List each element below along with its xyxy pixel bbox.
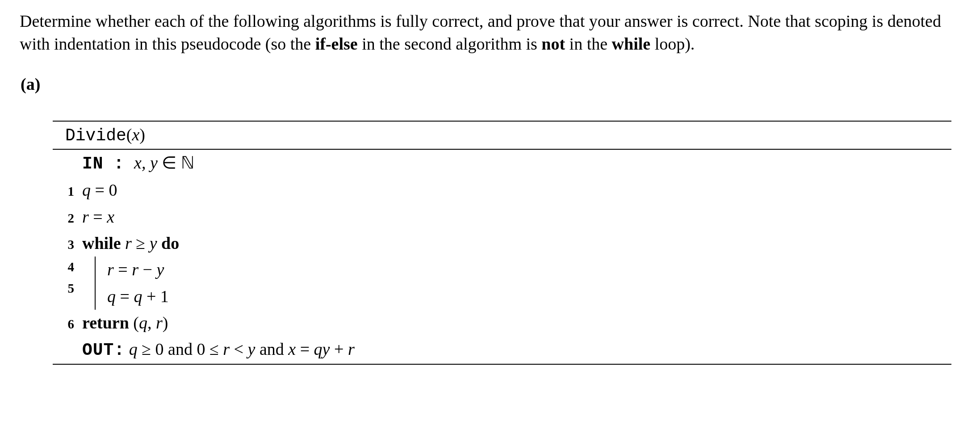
loop-scope-bar — [95, 257, 96, 310]
intro-text-4: loop). — [650, 34, 695, 53]
algorithm-header: Divide(x) — [53, 122, 951, 149]
out-line: 0 OUT: q ≥ 0 and 0 ≤ r < y and x = qy + … — [58, 336, 951, 363]
code-line-3: 3 while r ≥ y do — [58, 230, 951, 257]
algo-name: Divide — [65, 126, 126, 145]
paren-close: ) — [163, 313, 168, 332]
out-qy: qy — [314, 340, 330, 358]
line-number: 4 — [58, 258, 74, 276]
paren-open: ( — [126, 125, 132, 144]
kw-if-else: if-else — [315, 34, 358, 53]
out-q: q — [125, 340, 138, 358]
out-y: y — [248, 340, 260, 358]
var-x: x — [107, 207, 114, 226]
var-r2: r — [132, 260, 138, 279]
loop-body: 4 5 r = r − y q = q + 1 — [82, 257, 951, 310]
intro-text-2: in the second algorithm is — [358, 34, 542, 53]
in-colon: : — [104, 154, 134, 173]
algorithm-body: 0 IN : x, y ∈ ℕ 1 q = 0 2 r = x 3 — [53, 150, 951, 363]
algo-arg: x — [132, 125, 139, 144]
out-and2: and — [260, 340, 284, 358]
page: Determine whether each of the following … — [0, 0, 980, 421]
var-r: r — [82, 207, 89, 226]
ret-q: q — [139, 313, 147, 332]
comma: , — [147, 313, 156, 332]
line-number: 1 — [58, 183, 74, 200]
problem-intro: Determine whether each of the following … — [20, 10, 960, 56]
out-lt: < — [230, 340, 247, 358]
out-x: x — [284, 340, 296, 358]
var-q: q — [107, 287, 116, 306]
line-number: 5 — [58, 280, 74, 297]
cond-r: r — [121, 234, 132, 253]
code-line-2: 2 r = x — [58, 204, 951, 230]
minus: − — [138, 260, 156, 279]
line-number: 6 — [58, 316, 74, 333]
out-label: OUT: — [82, 341, 125, 360]
kw-not: not — [541, 34, 565, 53]
in-label: IN — [82, 154, 104, 173]
out-ge0: ≥ 0 — [138, 340, 168, 358]
eq: = — [114, 260, 132, 279]
in-elem: ∈ — [158, 153, 181, 172]
kw-do: do — [161, 234, 179, 253]
cond-y: y — [150, 234, 161, 253]
in-vars: x, y — [134, 153, 158, 172]
out-r2: r — [348, 340, 355, 358]
kw-return: return — [82, 313, 129, 332]
plus-1: + 1 — [142, 287, 168, 306]
out-0le: 0 ≤ — [193, 340, 223, 358]
out-plus: + — [330, 340, 348, 358]
ret-r: r — [156, 313, 163, 332]
out-r: r — [223, 340, 230, 358]
in-set: ℕ — [181, 153, 194, 172]
out-and1: and — [168, 340, 193, 358]
out-eq: = — [296, 340, 314, 358]
var-y: y — [156, 260, 164, 279]
kw-while: while — [82, 234, 121, 253]
algorithm-block: Divide(x) 0 IN : x, y ∈ ℕ 1 q = 0 2 r = … — [53, 121, 951, 365]
cond-ge: ≥ — [132, 234, 150, 253]
paren-open: ( — [129, 313, 139, 332]
eq: = — [89, 207, 107, 226]
rule-bottom — [53, 364, 951, 365]
code-line-4-stmt: r = r − y — [107, 257, 951, 283]
assign-0: = 0 — [91, 181, 117, 199]
var-q2: q — [134, 287, 142, 306]
in-line: 0 IN : x, y ∈ ℕ — [58, 150, 951, 177]
code-line-6: 6 return (q, r) — [58, 310, 951, 336]
code-line-5-stmt: q = q + 1 — [107, 283, 951, 310]
line-number: 3 — [58, 236, 74, 253]
paren-close: ) — [139, 125, 145, 144]
part-label: (a) — [21, 73, 960, 96]
intro-text-3: in the — [565, 34, 611, 53]
code-line-1: 1 q = 0 — [58, 177, 951, 203]
kw-while: while — [612, 34, 651, 53]
var-r: r — [107, 260, 114, 279]
var-q: q — [82, 181, 91, 199]
eq: = — [116, 287, 134, 306]
line-number: 2 — [58, 210, 74, 227]
